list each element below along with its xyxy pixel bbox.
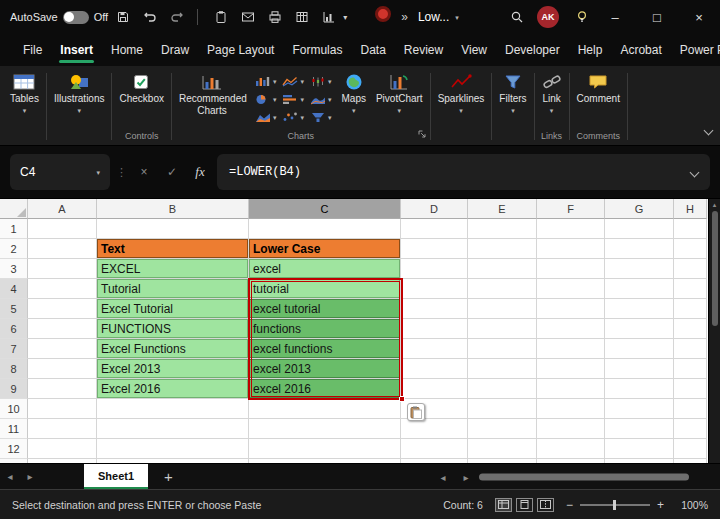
checkbox-button[interactable]: Checkbox xyxy=(114,68,168,107)
insert-function-button[interactable]: fx xyxy=(189,161,211,183)
cell-C12[interactable] xyxy=(249,439,401,459)
cell-A11[interactable] xyxy=(28,419,97,439)
insert-funnel-chart-button[interactable]: ▾ xyxy=(308,111,334,124)
cell-F2[interactable] xyxy=(537,239,605,259)
cell-H10[interactable] xyxy=(674,399,707,419)
cell-A10[interactable] xyxy=(28,399,97,419)
row-header-9[interactable]: 9 xyxy=(0,379,28,399)
count-indicator[interactable]: Count: 6 xyxy=(443,499,483,511)
ribbon-tab-power-pivot[interactable]: Power Pivot xyxy=(671,34,720,66)
illustrations-button[interactable]: Illustrations ▾ xyxy=(49,68,110,116)
cell-D11[interactable] xyxy=(401,419,468,439)
cell-B3[interactable]: EXCEL xyxy=(97,259,249,279)
cell-E8[interactable] xyxy=(468,359,537,379)
insert-area-chart-button[interactable]: ▾ xyxy=(253,111,279,124)
cell-A2[interactable] xyxy=(28,239,97,259)
horizontal-scrollbar-thumb[interactable] xyxy=(479,473,689,480)
cell-E1[interactable] xyxy=(468,219,537,239)
select-all-corner[interactable] xyxy=(0,199,28,219)
cell-D12[interactable] xyxy=(401,439,468,459)
cell-D4[interactable] xyxy=(401,279,468,299)
cell-B1[interactable] xyxy=(97,219,249,239)
cell-B6[interactable]: FUNCTIONS xyxy=(97,319,249,339)
cell-B5[interactable]: Excel Tutorial xyxy=(97,299,249,319)
insert-scatter-chart-button[interactable]: ▾ xyxy=(280,111,306,124)
cell-A3[interactable] xyxy=(28,259,97,279)
normal-view-button[interactable] xyxy=(495,498,512,512)
cell-H5[interactable] xyxy=(674,299,707,319)
document-title[interactable]: Low... ▾ xyxy=(418,10,459,24)
qat-table-button[interactable] xyxy=(290,5,314,29)
row-header-10[interactable]: 10 xyxy=(0,399,28,419)
cell-H3[interactable] xyxy=(674,259,707,279)
redo-button[interactable] xyxy=(165,5,189,29)
cell-G6[interactable] xyxy=(605,319,674,339)
cell-F5[interactable] xyxy=(537,299,605,319)
row-header-11[interactable]: 11 xyxy=(0,419,28,439)
cell-C9[interactable]: excel 2016 xyxy=(249,379,401,399)
cell-F1[interactable] xyxy=(537,219,605,239)
cell-H4[interactable] xyxy=(674,279,707,299)
column-header-B[interactable]: B xyxy=(97,199,249,219)
cell-G1[interactable] xyxy=(605,219,674,239)
cell-H11[interactable] xyxy=(674,419,707,439)
insert-bar-chart-button[interactable]: ▾ xyxy=(280,93,306,106)
cell-E10[interactable] xyxy=(468,399,537,419)
cell-B4[interactable]: Tutorial xyxy=(97,279,249,299)
cell-H1[interactable] xyxy=(674,219,707,239)
zoom-percentage[interactable]: 100% xyxy=(676,499,708,511)
cell-A7[interactable] xyxy=(28,339,97,359)
cell-G9[interactable] xyxy=(605,379,674,399)
maps-button[interactable]: Maps ▾ xyxy=(337,68,371,116)
cell-C2[interactable]: Lower Case xyxy=(249,239,401,259)
pivotchart-button[interactable]: PivotChart ▾ xyxy=(371,68,428,116)
ribbon-tab-insert[interactable]: Insert xyxy=(51,34,102,66)
row-header-4[interactable]: 4 xyxy=(0,279,28,299)
qat-chart-button[interactable] xyxy=(317,5,341,29)
row-header-1[interactable]: 1 xyxy=(0,219,28,239)
maximize-button[interactable]: □ xyxy=(636,0,678,34)
cell-C8[interactable]: excel 2013 xyxy=(249,359,401,379)
cell-H2[interactable] xyxy=(674,239,707,259)
row-header-7[interactable]: 7 xyxy=(0,339,28,359)
cell-G3[interactable] xyxy=(605,259,674,279)
cell-E4[interactable] xyxy=(468,279,537,299)
cancel-button[interactable]: × xyxy=(133,161,155,183)
qat-customize-chevron[interactable]: ▾ xyxy=(343,13,347,22)
zoom-in-button[interactable]: + xyxy=(657,498,664,512)
cell-G11[interactable] xyxy=(605,419,674,439)
cell-C7[interactable]: excel functions xyxy=(249,339,401,359)
cell-C1[interactable] xyxy=(249,219,401,239)
save-button[interactable] xyxy=(111,5,135,29)
cell-D8[interactable] xyxy=(401,359,468,379)
cell-A8[interactable] xyxy=(28,359,97,379)
comment-button[interactable]: Comment xyxy=(572,68,625,107)
qat-paste-button[interactable] xyxy=(209,5,233,29)
cell-E9[interactable] xyxy=(468,379,537,399)
insert-line-chart-button[interactable]: ▾ xyxy=(280,75,306,88)
cell-B9[interactable]: Excel 2016 xyxy=(97,379,249,399)
formula-input[interactable]: =LOWER(B4) xyxy=(217,154,710,190)
ribbon-tab-acrobat[interactable]: Acrobat xyxy=(611,34,670,66)
cell-A12[interactable] xyxy=(28,439,97,459)
fill-handle[interactable] xyxy=(399,396,405,402)
column-header-A[interactable]: A xyxy=(28,199,97,219)
zoom-out-button[interactable]: − xyxy=(566,498,573,512)
cell-F8[interactable] xyxy=(537,359,605,379)
ribbon-tab-review[interactable]: Review xyxy=(395,34,452,66)
autosave-toggle[interactable]: AutoSave Off xyxy=(10,11,108,24)
close-button[interactable]: × xyxy=(678,0,720,34)
cell-F10[interactable] xyxy=(537,399,605,419)
ribbon-tab-draw[interactable]: Draw xyxy=(152,34,198,66)
ribbon-tab-data[interactable]: Data xyxy=(351,34,394,66)
cell-C11[interactable] xyxy=(249,419,401,439)
tables-button[interactable]: Tables ▾ xyxy=(5,68,44,116)
cell-A4[interactable] xyxy=(28,279,97,299)
qat-print-button[interactable] xyxy=(263,5,287,29)
cell-G5[interactable] xyxy=(605,299,674,319)
cell-D1[interactable] xyxy=(401,219,468,239)
avatar[interactable]: AK xyxy=(537,6,559,28)
cell-D9[interactable] xyxy=(401,379,468,399)
column-header-H[interactable]: H xyxy=(674,199,707,219)
cell-B2[interactable]: Text xyxy=(97,239,249,259)
